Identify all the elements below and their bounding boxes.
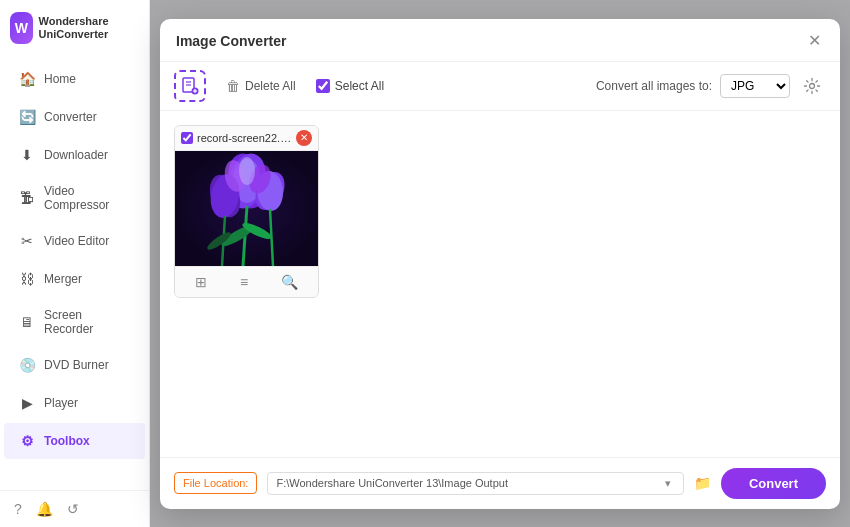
- sidebar-item-label: Merger: [44, 272, 82, 286]
- sidebar-item-label: Video Editor: [44, 234, 109, 248]
- list-icon[interactable]: ≡: [236, 272, 252, 292]
- app-name: Wondershare UniConverter: [39, 15, 139, 41]
- image-card: record-screen22.JPG ✕: [174, 125, 319, 298]
- delete-all-button[interactable]: 🗑 Delete All: [220, 74, 302, 98]
- file-path-text: F:\Wondershare UniConverter 13\Image Out…: [276, 477, 508, 489]
- image-card-name: record-screen22.JPG: [181, 132, 296, 144]
- file-path-display: F:\Wondershare UniConverter 13\Image Out…: [267, 472, 683, 495]
- sidebar-item-dvd-burner[interactable]: 💿 DVD Burner: [4, 347, 145, 383]
- image-converter-modal: Image Converter ✕ 🗑 D: [160, 19, 840, 509]
- modal-close-button[interactable]: ✕: [804, 31, 824, 51]
- image-card-footer: ⊞ ≡ 🔍: [175, 266, 318, 297]
- browse-folder-icon[interactable]: 📁: [694, 475, 711, 491]
- modal-title: Image Converter: [176, 33, 286, 49]
- sidebar-item-label: Home: [44, 72, 76, 86]
- select-all-label: Select All: [335, 79, 384, 93]
- card-remove-button[interactable]: ✕: [296, 130, 312, 146]
- player-icon: ▶: [18, 394, 36, 412]
- image-card-header: record-screen22.JPG ✕: [175, 126, 318, 151]
- convert-button[interactable]: Convert: [721, 468, 826, 499]
- preview-image: [175, 151, 319, 266]
- sidebar-item-video-compressor[interactable]: 🗜 Video Compressor: [4, 175, 145, 221]
- compressor-icon: 🗜: [18, 189, 36, 207]
- sidebar-item-converter[interactable]: 🔄 Converter: [4, 99, 145, 135]
- modal-overlay: Image Converter ✕ 🗑 D: [150, 0, 850, 527]
- add-file-icon: [181, 77, 199, 95]
- sidebar-item-label: Toolbox: [44, 434, 90, 448]
- main-content: Image Converter ✕ 🗑 D: [150, 0, 850, 527]
- sidebar: W Wondershare UniConverter 🏠 Home 🔄 Conv…: [0, 0, 150, 527]
- modal-footer: File Location: F:\Wondershare UniConvert…: [160, 457, 840, 509]
- add-files-button[interactable]: [174, 70, 206, 102]
- recorder-icon: 🖥: [18, 313, 36, 331]
- sidebar-item-label: Screen Recorder: [44, 308, 131, 336]
- notification-icon[interactable]: 🔔: [36, 501, 53, 517]
- sidebar-nav: 🏠 Home 🔄 Converter ⬇ Downloader 🗜 Video …: [0, 56, 149, 490]
- toolbox-icon: ⚙: [18, 432, 36, 450]
- card-filename: record-screen22.JPG: [197, 132, 296, 144]
- sidebar-item-downloader[interactable]: ⬇ Downloader: [4, 137, 145, 173]
- converter-icon: 🔄: [18, 108, 36, 126]
- logo-icon: W: [10, 12, 33, 44]
- file-location-label[interactable]: File Location:: [174, 472, 257, 494]
- zoom-icon[interactable]: 🔍: [277, 272, 302, 292]
- settings-gear-icon: [803, 77, 821, 95]
- merger-icon: ⛓: [18, 270, 36, 288]
- trash-icon: 🗑: [226, 78, 240, 94]
- sidebar-item-label: Downloader: [44, 148, 108, 162]
- sidebar-item-video-editor[interactable]: ✂ Video Editor: [4, 223, 145, 259]
- modal-header: Image Converter ✕: [160, 19, 840, 62]
- sidebar-item-player[interactable]: ▶ Player: [4, 385, 145, 421]
- image-list: record-screen22.JPG ✕: [160, 111, 840, 457]
- sidebar-item-screen-recorder[interactable]: 🖥 Screen Recorder: [4, 299, 145, 345]
- select-all-checkbox-label[interactable]: Select All: [316, 79, 384, 93]
- toolbar-right: Convert all images to: JPG PNG BMP GIF T…: [596, 72, 826, 100]
- select-all-checkbox[interactable]: [316, 79, 330, 93]
- settings-button[interactable]: [798, 72, 826, 100]
- modal-toolbar: 🗑 Delete All Select All Convert all imag…: [160, 62, 840, 111]
- sidebar-item-home[interactable]: 🏠 Home: [4, 61, 145, 97]
- image-preview: [175, 151, 319, 266]
- editor-icon: ✂: [18, 232, 36, 250]
- sidebar-item-label: DVD Burner: [44, 358, 109, 372]
- refresh-icon[interactable]: ↺: [67, 501, 79, 517]
- svg-point-6: [810, 83, 815, 88]
- path-dropdown-icon[interactable]: ▾: [661, 477, 675, 490]
- convert-all-label: Convert all images to:: [596, 79, 712, 93]
- dvd-icon: 💿: [18, 356, 36, 374]
- sidebar-item-label: Converter: [44, 110, 97, 124]
- sidebar-item-label: Player: [44, 396, 78, 410]
- sidebar-item-label: Video Compressor: [44, 184, 131, 212]
- sidebar-bottom: ? 🔔 ↺: [0, 490, 149, 527]
- card-checkbox[interactable]: [181, 132, 193, 144]
- downloader-icon: ⬇: [18, 146, 36, 164]
- help-icon[interactable]: ?: [14, 501, 22, 517]
- delete-all-label: Delete All: [245, 79, 296, 93]
- format-select[interactable]: JPG PNG BMP GIF TIFF: [720, 74, 790, 98]
- sidebar-item-merger[interactable]: ⛓ Merger: [4, 261, 145, 297]
- home-icon: 🏠: [18, 70, 36, 88]
- svg-point-23: [239, 157, 255, 185]
- crop-icon[interactable]: ⊞: [191, 272, 211, 292]
- app-logo: W Wondershare UniConverter: [0, 0, 149, 56]
- sidebar-item-toolbox[interactable]: ⚙ Toolbox: [4, 423, 145, 459]
